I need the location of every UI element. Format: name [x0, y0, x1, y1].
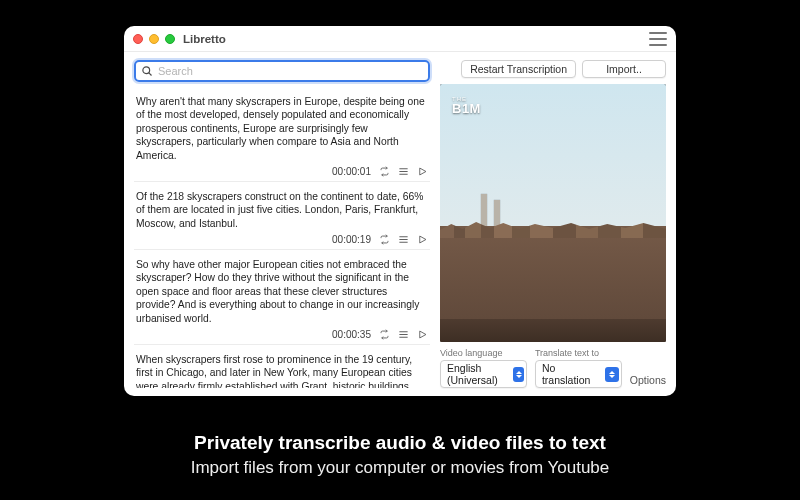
- play-icon[interactable]: [417, 329, 428, 340]
- video-frame: THE B1M: [440, 84, 666, 342]
- transcript-segment[interactable]: So why have other major European cities …: [134, 252, 430, 345]
- language-label: Video language: [440, 348, 527, 358]
- marketing-headline: Privately transcribe audio & video files…: [0, 432, 800, 454]
- video-watermark: THE B1M: [452, 96, 481, 115]
- translate-value: No translation: [542, 362, 605, 386]
- marketing-caption: Privately transcribe audio & video files…: [0, 432, 800, 478]
- segment-timestamp: 00:00:01: [332, 166, 371, 177]
- svg-marker-9: [420, 236, 426, 243]
- import-button[interactable]: Import..: [582, 60, 666, 78]
- segment-timestamp: 00:00:35: [332, 329, 371, 340]
- video-panel: Restart Transcription Import.. THE B1M: [440, 60, 666, 388]
- translate-select[interactable]: No translation: [535, 360, 622, 388]
- menu-icon[interactable]: [649, 32, 667, 46]
- transcript-segment[interactable]: Of the 218 skyscrapers construct on the …: [134, 184, 430, 250]
- search-field[interactable]: [134, 60, 430, 82]
- play-icon[interactable]: [417, 234, 428, 245]
- play-icon[interactable]: [417, 166, 428, 177]
- loop-icon[interactable]: [379, 166, 390, 177]
- window-controls: [133, 34, 175, 44]
- segment-timestamp: 00:00:19: [332, 234, 371, 245]
- restart-transcription-button[interactable]: Restart Transcription: [461, 60, 576, 78]
- language-value: English (Universal): [447, 362, 513, 386]
- app-window: Libretto Why aren't that many skyscraper…: [124, 26, 676, 396]
- list-icon[interactable]: [398, 234, 409, 245]
- close-window-button[interactable]: [133, 34, 143, 44]
- translate-label: Translate text to: [535, 348, 622, 358]
- segment-text: When skyscrapers first rose to prominenc…: [136, 353, 428, 388]
- search-input[interactable]: [158, 65, 423, 77]
- list-icon[interactable]: [398, 329, 409, 340]
- options-button[interactable]: Options: [630, 374, 666, 388]
- transcript-list: Why aren't that many skyscrapers in Euro…: [134, 89, 430, 388]
- transcript-panel: Why aren't that many skyscrapers in Euro…: [134, 60, 430, 388]
- titlebar: Libretto: [124, 26, 676, 52]
- segment-text: So why have other major European cities …: [136, 258, 428, 325]
- language-select[interactable]: English (Universal): [440, 360, 527, 388]
- transcript-segment[interactable]: When skyscrapers first rose to prominenc…: [134, 347, 430, 388]
- zoom-window-button[interactable]: [165, 34, 175, 44]
- svg-line-1: [149, 73, 152, 76]
- app-title: Libretto: [183, 33, 226, 45]
- loop-icon[interactable]: [379, 329, 390, 340]
- video-player[interactable]: THE B1M: [440, 84, 666, 342]
- loop-icon[interactable]: [379, 234, 390, 245]
- select-arrows-icon: [513, 367, 524, 382]
- svg-marker-5: [420, 168, 426, 175]
- list-icon[interactable]: [398, 166, 409, 177]
- segment-text: Of the 218 skyscrapers construct on the …: [136, 190, 428, 230]
- minimize-window-button[interactable]: [149, 34, 159, 44]
- transcript-segment[interactable]: Why aren't that many skyscrapers in Euro…: [134, 89, 430, 182]
- search-icon: [141, 65, 153, 77]
- segment-text: Why aren't that many skyscrapers in Euro…: [136, 95, 428, 162]
- svg-marker-13: [420, 331, 426, 338]
- select-arrows-icon: [605, 367, 619, 382]
- marketing-subline: Import files from your computer or movie…: [0, 458, 800, 478]
- svg-point-0: [143, 67, 150, 74]
